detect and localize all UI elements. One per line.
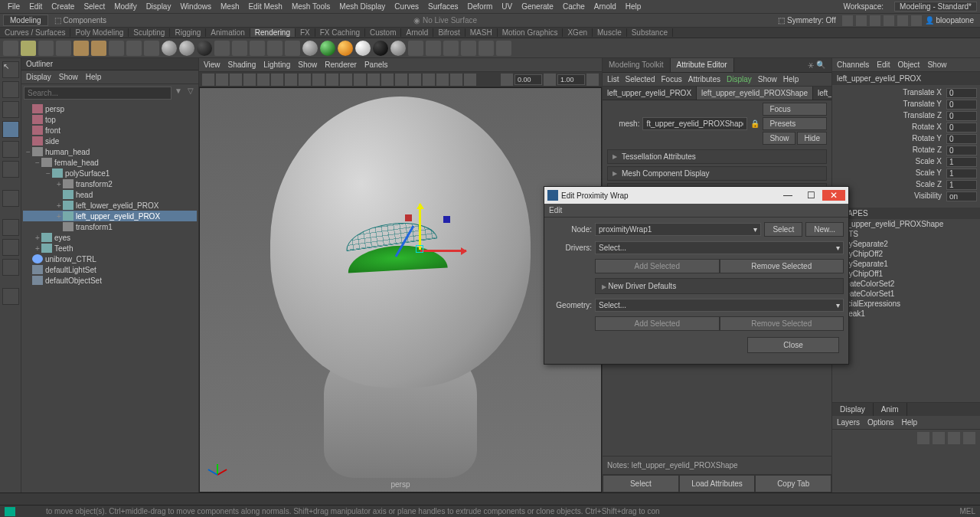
outliner-item-human-head[interactable]: −human_head — [23, 146, 197, 157]
menu-mesh[interactable]: Mesh — [216, 2, 243, 11]
load-attributes-button[interactable]: Load Attributes — [679, 475, 756, 492]
paint-select-tool[interactable] — [2, 101, 19, 118]
new-driver-defaults-section[interactable]: New Driver Defaults — [595, 278, 844, 294]
node-dropdown[interactable]: proximityWrap1 ▾ — [595, 223, 761, 236]
menu-display[interactable]: Display — [142, 2, 176, 11]
shape-node[interactable]: reateColorSet2 — [832, 279, 980, 289]
viewport-icon[interactable] — [586, 74, 599, 86]
shelf-icon[interactable] — [426, 41, 441, 56]
menu-edit-mesh[interactable]: Edit Mesh — [243, 2, 286, 11]
outliner-item-unibrow-ctrl[interactable]: unibrow_CTRL — [23, 254, 197, 264]
status-icon[interactable] — [897, 15, 908, 26]
lasso-tool[interactable] — [2, 81, 19, 98]
shelf-tab-rendering[interactable]: Rendering — [250, 28, 296, 37]
shelf-tab-arnold[interactable]: Arnold — [401, 28, 433, 37]
channel-translate-z[interactable]: Translate Z0 — [835, 110, 977, 122]
shelf-icon[interactable] — [496, 41, 511, 56]
outliner-item-persp[interactable]: persp — [23, 103, 197, 114]
outliner-item-left-upper-eyelid-prox[interactable]: +left_upper_eyelid_PROX — [23, 211, 197, 221]
menu-modify[interactable]: Modify — [109, 2, 141, 11]
viewport-icon[interactable] — [216, 74, 228, 86]
status-icon[interactable] — [884, 15, 894, 26]
material-sphere-icon[interactable] — [338, 41, 353, 56]
layer-icon[interactable] — [948, 432, 960, 444]
outliner-item-defaultlightset[interactable]: defaultLightSet — [23, 264, 197, 275]
minimize-button[interactable]: — — [776, 190, 799, 201]
attr-menu-help[interactable]: Help — [783, 75, 799, 83]
menu-curves[interactable]: Curves — [390, 2, 423, 11]
shape-node[interactable]: olyChipOff1 — [832, 269, 980, 279]
dialog-edit-menu[interactable]: Edit — [544, 204, 848, 218]
components-toggle[interactable]: ⬚ Components — [54, 16, 106, 25]
username[interactable]: 👤 bloopatone — [922, 16, 977, 25]
channel-visibility[interactable]: Visibilityon — [835, 191, 977, 202]
material-sphere-icon[interactable] — [197, 41, 212, 56]
panel-icons[interactable]: ⚹ 🔍 — [802, 58, 831, 72]
channel-rotate-z[interactable]: Rotate Z0 — [835, 145, 977, 156]
geometry-dropdown[interactable]: Select... ▾ — [595, 299, 844, 312]
drivers-remove-selected-button[interactable]: Remove Selected — [720, 259, 844, 273]
outliner-menu-show[interactable]: Show — [59, 73, 78, 81]
menu-select[interactable]: Select — [79, 2, 109, 11]
channel-menu-show[interactable]: Show — [927, 61, 946, 69]
material-sphere-icon[interactable] — [302, 41, 318, 56]
dialog-titlebar[interactable]: Edit Proximity Wrap — ☐ ✕ — [544, 187, 848, 204]
layers-menu-layers[interactable]: Layers — [837, 418, 860, 427]
shape-node[interactable]: olyChipOff2 — [832, 249, 980, 259]
geometry-add-selected-button[interactable]: Add Selected — [595, 316, 720, 331]
menu-edit[interactable]: Edit — [24, 2, 47, 11]
menu-uv[interactable]: UV — [497, 2, 517, 11]
status-icon[interactable] — [870, 15, 880, 26]
geometry-remove-selected-button[interactable]: Remove Selected — [720, 316, 844, 331]
menu-windows[interactable]: Windows — [175, 2, 216, 11]
layout-tool[interactable] — [2, 219, 19, 236]
viewport-menu-shading[interactable]: Shading — [228, 61, 256, 69]
material-sphere-icon[interactable] — [320, 41, 335, 56]
new-node-button[interactable]: New... — [805, 222, 844, 237]
shelf-icon[interactable] — [285, 41, 300, 56]
node-tab[interactable]: left_upper_eyelid_PROX — [603, 87, 697, 100]
shelf-tab-rigging[interactable]: Rigging — [170, 28, 206, 37]
shelf-tab-bifrost[interactable]: Bifrost — [433, 28, 465, 37]
shelf-tab-substance[interactable]: Substance — [627, 28, 673, 37]
menu-deform[interactable]: Deform — [463, 2, 498, 11]
outliner-item-left-lower-eyelid-prox[interactable]: +left_lower_eyelid_PROX — [23, 200, 197, 211]
shelf-icon[interactable] — [74, 41, 89, 56]
copy-tab-button[interactable]: Copy Tab — [755, 475, 831, 492]
outliner-item-head[interactable]: head — [23, 189, 197, 200]
outliner-item-defaultobjectset[interactable]: defaultObjectSet — [23, 275, 197, 286]
shelf-tab-curves-surfaces[interactable]: Curves / Surfaces — [0, 28, 70, 37]
outliner-item-front[interactable]: front — [23, 125, 197, 136]
tab-modeling-toolkit[interactable]: Modeling Toolkit — [603, 58, 671, 72]
shelf-icon[interactable] — [408, 41, 423, 56]
section-mesh-component-display[interactable]: Mesh Component Display — [608, 167, 826, 180]
hide-button[interactable]: Hide — [797, 132, 827, 145]
shape-node[interactable]: ft_upper_eyelid_PROXShape — [832, 219, 980, 229]
shelf-icon[interactable] — [91, 41, 106, 56]
shelf-tab-poly-modeling[interactable]: Poly Modeling — [70, 28, 129, 37]
viewport-menu-show[interactable]: Show — [298, 61, 317, 69]
viewport-3d[interactable]: persp — [199, 87, 602, 492]
shelf-tab-fx[interactable]: FX — [296, 28, 315, 37]
outliner-item-transform1[interactable]: transform1 — [23, 221, 197, 232]
shelf-icon[interactable] — [144, 41, 159, 56]
shelf-tab-muscle[interactable]: Muscle — [593, 28, 627, 37]
menu-mesh-tools[interactable]: Mesh Tools — [287, 2, 335, 11]
shelf-icon[interactable] — [109, 41, 124, 56]
layer-icon[interactable] — [917, 432, 929, 444]
shelf-tab-custom[interactable]: Custom — [365, 28, 401, 37]
presets-button[interactable]: Presets — [763, 117, 827, 130]
shelf-icon[interactable] — [232, 41, 247, 56]
outliner-item-transform2[interactable]: +transform2 — [23, 178, 197, 189]
anim-tab[interactable]: Anim — [874, 403, 907, 416]
shelf-icon[interactable] — [267, 41, 283, 56]
shelf-icon[interactable] — [443, 41, 459, 56]
layer-icon[interactable] — [933, 432, 945, 444]
attr-menu-display[interactable]: Display — [727, 75, 752, 83]
menu-help[interactable]: Help — [621, 2, 646, 11]
last-tool[interactable] — [2, 190, 19, 207]
layout-tool[interactable] — [2, 288, 19, 305]
shelf-tab-fx-caching[interactable]: FX Caching — [315, 28, 365, 37]
outliner-tree[interactable]: persptopfrontside−human_head−female_head… — [21, 102, 198, 492]
outliner-menu-help[interactable]: Help — [86, 73, 102, 81]
